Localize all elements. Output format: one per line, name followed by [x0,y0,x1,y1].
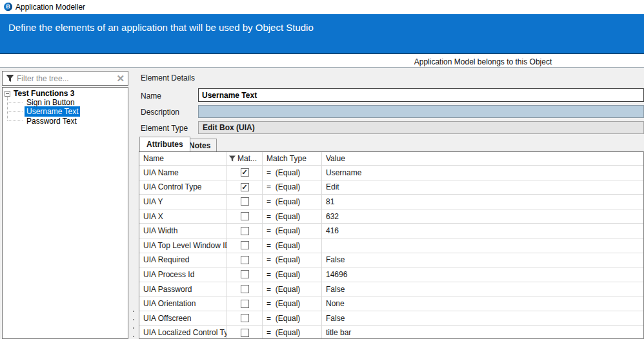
attr-match-type[interactable]: = (Equal) [263,180,322,195]
attr-name: UIA Offscreen [139,311,227,325]
match-checkbox[interactable] [241,329,249,337]
attr-value[interactable]: title bar [322,326,643,339]
attr-value[interactable]: 416 [322,224,643,238]
tree-guide-stub [8,111,23,112]
match-checkbox[interactable] [241,212,249,220]
attr-value[interactable] [322,238,643,253]
column-header-name[interactable]: Name [139,152,227,165]
tab-attributes[interactable]: Attributes [139,137,190,151]
attr-match-type[interactable]: = (Equal) [263,209,322,224]
attr-match-type[interactable]: = (Equal) [263,267,322,282]
filter-funnel-icon [6,74,14,82]
tree-item-label: Password Text [25,116,79,126]
table-row[interactable]: UIA Password = (Equal) False [139,282,643,297]
attr-value[interactable]: False [322,253,643,267]
table-row[interactable]: UIA Control Type ✓ = (Equal) Edit [139,180,643,195]
attr-name: UIA Y [139,195,227,209]
tree-filter-box: ✕ [2,71,128,86]
tree-guide-stub [8,121,23,121]
application-modeller-window: B Application Modeller Define the elemen… [0,0,644,339]
table-row[interactable]: UIA Process Id = (Equal) 14696 [139,267,643,282]
element-tree: Test Functions 3 Sign in Button Username… [2,87,128,339]
collapse-icon[interactable] [5,91,10,97]
element-type-label: Element Type [141,124,188,133]
clear-filter-icon[interactable]: ✕ [115,73,128,83]
model-ownership-label: Application Model belongs to this Object [323,57,643,66]
match-checkbox[interactable] [241,285,249,293]
column-header-value[interactable]: Value [322,152,643,165]
match-checkbox[interactable] [241,227,249,235]
match-checkbox[interactable] [241,197,249,206]
table-row[interactable]: UIA Name ✓ = (Equal) Username [139,166,643,180]
table-row[interactable]: UIA Localized Control Type = (Equal) tit… [139,326,643,339]
attributes-table: Name Mat... Match Type Value UIA Name ✓ … [139,151,644,339]
banner-description: Define the elements of an application th… [8,22,314,33]
table-header-row: Name Mat... Match Type Value [139,152,643,166]
match-checkbox[interactable]: ✓ [241,168,249,177]
attr-name: UIA X [139,209,227,224]
attr-value[interactable]: Edit [322,180,643,195]
attr-value[interactable]: 632 [322,209,643,224]
attr-match-type[interactable]: = (Equal) [263,166,322,180]
column-header-match-type[interactable]: Match Type [263,152,322,165]
table-row[interactable]: UIA X = (Equal) 632 [139,209,643,224]
attr-name: UIA Top Level Window ID [139,238,227,253]
filter-tree-input[interactable] [14,74,115,83]
name-label: Name [141,92,161,101]
attr-name: UIA Control Type [139,180,227,195]
attr-name: UIA Width [139,224,227,238]
column-header-match[interactable]: Mat... [227,152,263,165]
table-row[interactable]: UIA Required = (Equal) False [139,253,643,268]
match-checkbox[interactable] [241,314,249,322]
element-details-heading: Element Details [141,73,195,82]
subheader-strip: Application Model belongs to this Object [0,55,644,68]
attr-match-type[interactable]: = (Equal) [263,195,322,209]
table-row[interactable]: UIA Width = (Equal) 416 [139,224,643,238]
element-type-value: Edit Box (UIA) [198,121,644,134]
table-row[interactable]: UIA Orientation = (Equal) None [139,296,643,311]
table-row[interactable]: UIA Y = (Equal) 81 [139,195,643,209]
attr-value[interactable]: False [322,282,643,296]
description-label: Description [141,108,179,117]
name-input[interactable] [198,88,644,102]
match-checkbox[interactable] [241,300,249,308]
table-row[interactable]: UIA Top Level Window ID = (Equal) [139,238,643,253]
attr-value[interactable]: 81 [322,195,643,209]
tree-guide-line [7,97,8,121]
tree-guide-stub [8,102,23,102]
attr-value[interactable]: None [322,296,643,311]
attr-name: UIA Localized Control Type [139,326,227,339]
attr-name: UIA Process Id [139,267,227,282]
attr-match-type[interactable]: = (Equal) [263,253,322,267]
match-checkbox[interactable] [241,270,249,278]
window-title: Application Modeller [15,3,85,12]
title-bar: B Application Modeller [0,0,644,14]
match-checkbox[interactable]: ✓ [241,183,249,191]
header-banner: Define the elements of an application th… [0,14,644,54]
attr-match-type[interactable]: = (Equal) [263,296,322,311]
blue-prism-app-icon: B [4,3,12,11]
attr-match-type[interactable]: = (Equal) [263,238,322,253]
attr-name: UIA Password [139,282,227,296]
attr-match-type[interactable]: = (Equal) [263,326,322,339]
column-filter-funnel-icon [229,155,236,162]
attr-match-type[interactable]: = (Equal) [263,282,322,296]
attr-name: UIA Name [139,166,227,180]
attr-name: UIA Orientation [139,296,227,311]
table-row[interactable]: UIA Offscreen = (Equal) False [139,311,643,326]
column-header-match-label: Mat... [237,154,257,163]
panel-splitter[interactable] [132,309,135,338]
attr-match-type[interactable]: = (Equal) [263,311,322,325]
content-area: ✕ Test Functions 3 Sign in Button Userna… [0,68,644,339]
attr-value[interactable]: False [322,311,643,325]
attr-value[interactable]: 14696 [322,267,643,282]
attr-name: UIA Required [139,253,227,267]
description-input [198,105,644,118]
match-checkbox[interactable] [241,256,249,264]
attr-match-type[interactable]: = (Equal) [263,224,322,238]
match-checkbox[interactable] [241,241,249,249]
attr-value[interactable]: Username [322,166,643,180]
